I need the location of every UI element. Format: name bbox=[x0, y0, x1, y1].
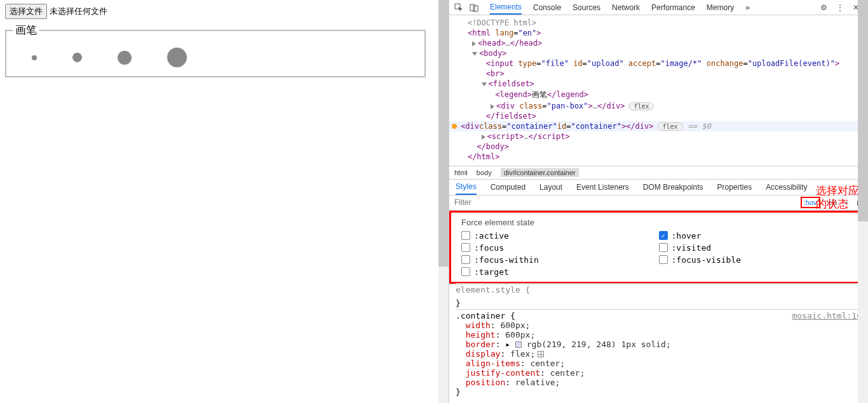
brush-dot-1[interactable] bbox=[32, 55, 37, 60]
state-focus-checkbox[interactable] bbox=[461, 243, 470, 252]
file-status-text: 未选择任何文件 bbox=[50, 6, 107, 17]
gear-icon[interactable]: ⚙ bbox=[820, 3, 827, 12]
tab-memory[interactable]: Memory bbox=[707, 0, 734, 15]
tab-sources[interactable]: Sources bbox=[573, 0, 600, 15]
tab-layout[interactable]: Layout bbox=[539, 180, 562, 194]
tab-network[interactable]: Network bbox=[612, 0, 640, 15]
flex-grid-icon[interactable] bbox=[538, 351, 544, 357]
brush-dot-2[interactable] bbox=[72, 53, 82, 62]
choose-file-button[interactable]: 选择文件 bbox=[5, 4, 47, 19]
kebab-icon[interactable]: ⋮ bbox=[836, 3, 844, 12]
inspect-icon[interactable] bbox=[454, 3, 463, 12]
device-toggle-icon[interactable] bbox=[470, 3, 478, 12]
tab-styles[interactable]: Styles bbox=[456, 180, 477, 194]
state-focus-visible-checkbox[interactable] bbox=[659, 255, 668, 264]
state-hover-checkbox[interactable]: ✓ bbox=[659, 231, 668, 240]
state-target-checkbox[interactable] bbox=[461, 267, 470, 276]
state-focus-within-checkbox[interactable] bbox=[461, 255, 470, 264]
plus-icon[interactable]: ＋ bbox=[843, 198, 850, 208]
tab-performance[interactable]: Performance bbox=[651, 0, 695, 15]
force-state-title: Force element state bbox=[461, 218, 856, 227]
devtools-tabs: Elements Console Sources Network Perform… bbox=[484, 0, 811, 15]
devtools-scrollbar[interactable] bbox=[858, 0, 868, 403]
tab-event-listeners[interactable]: Event Listeners bbox=[576, 180, 629, 194]
fieldset-legend: 画笔 bbox=[13, 23, 39, 37]
brush-row bbox=[13, 43, 418, 67]
brush-fieldset: 画笔 bbox=[5, 23, 426, 77]
brush-dot-3[interactable] bbox=[118, 51, 132, 65]
state-active-checkbox[interactable] bbox=[461, 231, 470, 240]
devtools-panel: Elements Console Sources Network Perform… bbox=[449, 0, 868, 403]
styles-tabs: Styles Computed Layout Event Listeners D… bbox=[449, 180, 868, 195]
hov-toggle[interactable]: :hov bbox=[801, 197, 820, 208]
tab-computed[interactable]: Computed bbox=[491, 180, 526, 194]
brush-dot-4[interactable] bbox=[167, 48, 187, 67]
breadcrumb[interactable]: html body div#container.container bbox=[449, 166, 868, 180]
page-scrollbar[interactable] bbox=[438, 0, 449, 403]
tab-elements[interactable]: Elements bbox=[490, 0, 522, 15]
tab-console[interactable]: Console bbox=[533, 0, 561, 15]
page-preview: 选择文件 未选择任何文件 画笔 bbox=[0, 0, 449, 403]
dom-tree[interactable]: <!DOCTYPE html> <html lang="en"> <head>…… bbox=[449, 15, 868, 166]
styles-pane[interactable]: element.style { } mosaic.html:10 .contai… bbox=[449, 284, 868, 403]
devtools-toolbar: Elements Console Sources Network Perform… bbox=[449, 0, 868, 15]
dom-selected-row[interactable]: <div class="container" id="container"> <… bbox=[449, 121, 868, 131]
tab-more[interactable]: » bbox=[745, 0, 750, 15]
source-link[interactable]: mosaic.html:10 bbox=[792, 311, 862, 320]
color-swatch-icon[interactable] bbox=[515, 341, 522, 348]
tab-properties[interactable]: Properties bbox=[717, 180, 752, 194]
tab-accessibility[interactable]: Accessibility bbox=[766, 180, 807, 194]
filter-row: :hov .cls ＋ ◧ bbox=[449, 195, 868, 211]
state-visited-checkbox[interactable] bbox=[659, 243, 668, 252]
cls-toggle[interactable]: .cls bbox=[827, 199, 837, 206]
force-state-panel: Force element state :active ✓:hover :foc… bbox=[449, 211, 868, 284]
tab-dom-breakpoints[interactable]: DOM Breakpoints bbox=[643, 180, 703, 194]
filter-input[interactable] bbox=[454, 198, 801, 207]
